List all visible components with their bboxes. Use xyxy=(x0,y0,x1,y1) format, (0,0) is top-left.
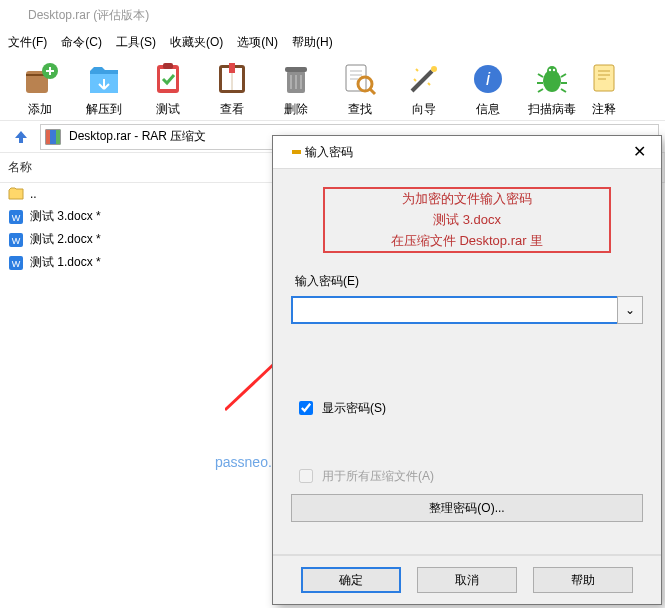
tool-view-label: 查看 xyxy=(220,101,244,118)
trash-icon xyxy=(276,59,316,99)
tool-extract[interactable]: 解压到 xyxy=(72,59,136,118)
tool-find-label: 查找 xyxy=(348,101,372,118)
add-archive-icon xyxy=(20,59,60,99)
list-item-label: 测试 2.docx * xyxy=(30,231,101,248)
tool-delete-label: 删除 xyxy=(284,101,308,118)
tool-info[interactable]: i 信息 xyxy=(456,59,520,118)
info-box: 为加密的文件输入密码 测试 3.docx 在压缩文件 Desktop.rar 里 xyxy=(323,187,611,253)
clipboard-check-icon xyxy=(148,59,188,99)
password-label: 输入密码(E) xyxy=(295,273,643,290)
for-all-archives-checkbox[interactable]: 用于所有压缩文件(A) xyxy=(295,466,643,486)
dialog-footer: 确定 取消 帮助 xyxy=(273,554,661,604)
svg-point-18 xyxy=(549,69,551,71)
svg-point-17 xyxy=(547,66,557,76)
svg-point-19 xyxy=(553,69,555,71)
tool-add[interactable]: 添加 xyxy=(8,59,72,118)
dialog-titlebar: 输入密码 ✕ xyxy=(273,136,661,169)
for-all-archives-input[interactable] xyxy=(299,469,313,483)
svg-rect-4 xyxy=(160,69,176,89)
svg-text:W: W xyxy=(12,213,21,223)
folder-icon xyxy=(8,186,24,202)
tool-comment[interactable]: 注释 xyxy=(584,59,624,118)
info-icon: i xyxy=(468,59,508,99)
tool-scan[interactable]: 扫描病毒 xyxy=(520,59,584,118)
docx-icon: W xyxy=(8,209,24,225)
tool-test[interactable]: 测试 xyxy=(136,59,200,118)
tool-add-label: 添加 xyxy=(28,101,52,118)
up-button[interactable] xyxy=(6,126,36,148)
tool-scan-label: 扫描病毒 xyxy=(528,101,576,118)
docx-icon: W xyxy=(8,232,24,248)
menu-tools[interactable]: 工具(S) xyxy=(116,34,156,51)
password-dropdown-button[interactable]: ⌄ xyxy=(617,296,643,324)
search-icon xyxy=(340,59,380,99)
help-button[interactable]: 帮助 xyxy=(533,567,633,593)
organize-passwords-button[interactable]: 整理密码(O)... xyxy=(291,494,643,522)
list-item-label: 测试 1.docx * xyxy=(30,254,101,271)
for-all-archives-label: 用于所有压缩文件(A) xyxy=(322,468,434,485)
svg-rect-8 xyxy=(229,63,235,73)
svg-point-13 xyxy=(431,66,437,72)
window-title: Desktop.rar (评估版本) xyxy=(28,7,149,24)
menu-help[interactable]: 帮助(H) xyxy=(292,34,333,51)
tool-comment-label: 注释 xyxy=(592,101,616,118)
app-icon xyxy=(6,7,22,23)
menu-bar: 文件(F) 命令(C) 工具(S) 收藏夹(O) 选项(N) 帮助(H) xyxy=(0,30,665,57)
info-line-2: 测试 3.docx xyxy=(433,211,501,229)
toolbar: 添加 解压到 测试 查看 删除 查找 向导 xyxy=(0,57,665,121)
tool-info-label: 信息 xyxy=(476,101,500,118)
list-item-label: 测试 3.docx * xyxy=(30,208,101,225)
menu-command[interactable]: 命令(C) xyxy=(61,34,102,51)
cancel-button[interactable]: 取消 xyxy=(417,567,517,593)
menu-fav[interactable]: 收藏夹(O) xyxy=(170,34,223,51)
password-dialog: 输入密码 ✕ 为加密的文件输入密码 测试 3.docx 在压缩文件 Deskto… xyxy=(272,135,662,605)
docx-icon: W xyxy=(8,255,24,271)
svg-rect-20 xyxy=(594,65,614,91)
chevron-down-icon: ⌄ xyxy=(625,303,635,317)
password-input[interactable] xyxy=(291,296,617,324)
dialog-body: 为加密的文件输入密码 测试 3.docx 在压缩文件 Desktop.rar 里… xyxy=(273,169,661,554)
tool-wizard[interactable]: 向导 xyxy=(392,59,456,118)
svg-text:W: W xyxy=(12,236,21,246)
tool-extract-label: 解压到 xyxy=(86,101,122,118)
info-line-1: 为加密的文件输入密码 xyxy=(402,190,532,208)
tool-find[interactable]: 查找 xyxy=(328,59,392,118)
menu-file[interactable]: 文件(F) xyxy=(8,34,47,51)
menu-options[interactable]: 选项(N) xyxy=(237,34,278,51)
window-titlebar: Desktop.rar (评估版本) xyxy=(0,0,665,30)
folder-extract-icon xyxy=(84,59,124,99)
show-password-label: 显示密码(S) xyxy=(322,400,386,417)
path-text: Desktop.rar - RAR 压缩文 xyxy=(69,128,206,145)
tool-delete[interactable]: 删除 xyxy=(264,59,328,118)
close-button[interactable]: ✕ xyxy=(627,144,651,160)
tool-test-label: 测试 xyxy=(156,101,180,118)
key-icon xyxy=(283,144,299,160)
dialog-title: 输入密码 xyxy=(305,144,627,161)
svg-text:W: W xyxy=(12,259,21,269)
svg-rect-10 xyxy=(285,67,307,72)
note-icon xyxy=(584,59,624,99)
list-item-label: .. xyxy=(30,187,37,201)
tool-wizard-label: 向导 xyxy=(412,101,436,118)
show-password-checkbox[interactable]: 显示密码(S) xyxy=(295,398,643,418)
archive-icon xyxy=(45,128,65,146)
wand-icon xyxy=(404,59,444,99)
tool-view[interactable]: 查看 xyxy=(200,59,264,118)
svg-rect-5 xyxy=(163,63,173,69)
password-combo: ⌄ xyxy=(291,296,643,324)
info-line-3: 在压缩文件 Desktop.rar 里 xyxy=(391,232,543,250)
book-icon xyxy=(212,59,252,99)
bug-icon xyxy=(532,59,572,99)
show-password-input[interactable] xyxy=(299,401,313,415)
ok-button[interactable]: 确定 xyxy=(301,567,401,593)
